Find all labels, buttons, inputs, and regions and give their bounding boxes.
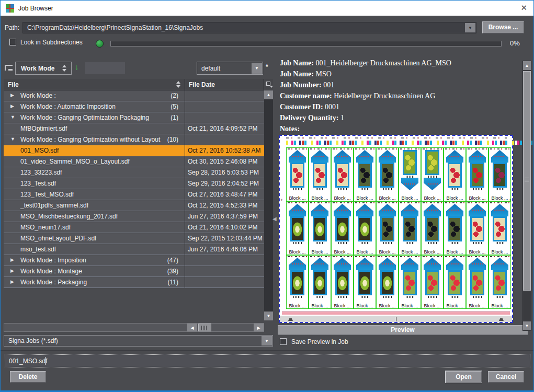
barcode bbox=[451, 296, 459, 298]
color-patch-cluster bbox=[487, 141, 507, 145]
table-horizontal-scrollbar[interactable]: ◀ ▶ bbox=[4, 323, 264, 332]
collapse-icon[interactable]: ▼ bbox=[10, 136, 15, 142]
collapse-icon[interactable]: ▼ bbox=[10, 114, 15, 120]
column-header-file[interactable]: File bbox=[8, 81, 19, 88]
table-file-row[interactable]: 123_Test.sdfSep 29, 2016 2:04:52 PM bbox=[4, 178, 264, 189]
imposition-grid: Block ...Block ...Block ...Block ...Bloc… bbox=[286, 147, 511, 309]
delete-button[interactable]: Delete bbox=[10, 371, 46, 383]
quick-filter-input[interactable] bbox=[85, 62, 125, 74]
save-preview-checkbox[interactable] bbox=[280, 338, 287, 345]
column-config-icon[interactable] bbox=[266, 82, 270, 86]
table-file-row[interactable]: 01_video_Sammel_MSO_o_Layout.sdfOct 30, … bbox=[4, 156, 264, 167]
expand-icon[interactable]: ▶ bbox=[10, 257, 14, 262]
preset-value: default bbox=[201, 65, 220, 72]
column-header-file-date[interactable]: File Date bbox=[189, 81, 215, 88]
barcode bbox=[428, 176, 437, 178]
label-arrow-shape bbox=[446, 258, 463, 270]
expand-icon[interactable]: ▶ bbox=[10, 103, 14, 109]
table-group-row[interactable]: ▼Work Mode : Ganging Optimization Packag… bbox=[4, 112, 264, 123]
open-button[interactable]: Open bbox=[446, 371, 482, 383]
block-label: Block ... bbox=[491, 249, 508, 255]
path-dropdown-icon[interactable]: ▼ bbox=[465, 23, 475, 32]
blackcurrant-photo bbox=[380, 216, 394, 241]
path-combo[interactable]: C:\ProgramData\Heidelberg\PrinectSignaSt… bbox=[22, 22, 476, 33]
scroll-up-icon[interactable]: ▲ bbox=[523, 61, 531, 70]
file-name: MSO_neuin17.sdf bbox=[20, 224, 71, 231]
preview-label-cell: Block ... bbox=[488, 147, 511, 201]
table-group-row[interactable]: ▶Work Mode : Automatic Imposition(5) bbox=[4, 101, 264, 112]
table-group-row[interactable]: ▶Work Mode : Packaging(11) bbox=[4, 277, 264, 288]
close-icon[interactable]: ✕ bbox=[520, 3, 527, 13]
redcurrant-photo bbox=[493, 216, 507, 241]
file-name: 123_33223.sdf bbox=[20, 169, 62, 176]
preset-dropdown-icon[interactable]: ▼ bbox=[252, 63, 262, 74]
preview-label-cell: Block ... bbox=[488, 255, 511, 309]
scroll-left-icon[interactable]: ◀ bbox=[187, 324, 197, 331]
scroll-right-icon[interactable]: ▶ bbox=[254, 324, 264, 331]
vertical-scroll-thumb[interactable] bbox=[523, 71, 531, 291]
table-file-row[interactable]: MSO_Mischbestueckung_2017.sdfJun 27, 201… bbox=[4, 211, 264, 222]
look-in-subdirectories-checkbox[interactable] bbox=[9, 39, 16, 45]
scroll-down-icon[interactable]: ▼ bbox=[264, 312, 273, 320]
table-file-row[interactable]: mso_test.sdfJun 27, 2016 4:46:06 PM bbox=[4, 244, 264, 255]
preview-label-cell: Block ... bbox=[421, 201, 444, 255]
expand-icon[interactable]: ▶ bbox=[10, 279, 14, 284]
spinner-down-icon[interactable] bbox=[62, 69, 66, 72]
table-file-row[interactable]: MSO_ohneLayout_PDF.sdfSep 22, 2015 12:03… bbox=[4, 233, 264, 244]
sort-icon[interactable]: ↓ bbox=[75, 62, 79, 71]
preview-sheet: Block ...Block ...Block ...Block ...Bloc… bbox=[279, 135, 513, 323]
sort-asc-icon[interactable] bbox=[176, 81, 180, 84]
table-file-row[interactable]: MfBOptimiert.sdfOct 21, 2016 4:09:52 PM bbox=[4, 123, 264, 134]
group-label: Work Mode : Automatic Imposition bbox=[20, 103, 116, 110]
table-group-row[interactable]: ▼Work Mode : Ganging Optimization withou… bbox=[4, 134, 264, 145]
table-vertical-scrollbar[interactable]: ▲ ▼ bbox=[264, 90, 273, 320]
group-count: (39) bbox=[156, 268, 178, 275]
title-bar[interactable]: Job Browser ✕ bbox=[1, 1, 533, 16]
label-arrow-shape bbox=[424, 204, 441, 216]
preview-label-cell: Block ... bbox=[421, 147, 444, 201]
file-date: Oct 30, 2015 2:46:08 PM bbox=[188, 158, 257, 165]
table-file-row[interactable]: MSO_neuin17.sdfOct 21, 2016 4:10:02 PM bbox=[4, 222, 264, 233]
cancel-button[interactable]: Cancel bbox=[488, 371, 524, 383]
column-divider[interactable] bbox=[185, 79, 185, 90]
table-group-row[interactable]: ▶Work Mode : Imposition(47) bbox=[4, 255, 264, 266]
scroll-up-icon[interactable]: ▲ bbox=[264, 90, 273, 99]
filename-input[interactable]: 001_MSO.sdf bbox=[5, 354, 530, 367]
block-label: Block ... bbox=[356, 303, 373, 308]
table-file-row[interactable]: 001_MSO.sdfOct 27, 2016 10:52:38 AM bbox=[4, 145, 264, 156]
barcode bbox=[361, 242, 369, 244]
expand-icon[interactable]: ▶ bbox=[10, 268, 14, 273]
tree-structure-icon bbox=[5, 65, 13, 71]
preset-combo[interactable]: default ▼ bbox=[197, 62, 263, 75]
block-label: Block ... bbox=[469, 249, 485, 255]
scroll-down-icon[interactable]: ▼ bbox=[523, 321, 531, 330]
horizontal-scroll-thumb[interactable] bbox=[198, 324, 211, 331]
file-name: 001_MSO.sdf bbox=[20, 147, 59, 154]
redcurrant-photo bbox=[448, 163, 462, 188]
splitter-collapse-icon[interactable]: ◀ bbox=[272, 216, 277, 222]
group-by-combo[interactable]: Work Mode bbox=[15, 62, 72, 75]
preview-button[interactable]: Preview bbox=[278, 325, 528, 335]
table-group-row[interactable]: ▶Work Mode :(2) bbox=[4, 90, 264, 101]
table-file-row[interactable]: _test01pdfs_sammel.sdfOct 12, 2015 4:52:… bbox=[4, 200, 264, 211]
sort-desc-icon[interactable] bbox=[176, 85, 180, 88]
expand-icon[interactable]: ▶ bbox=[10, 93, 14, 98]
preview-vertical-scrollbar[interactable]: ▲ ▼ bbox=[522, 61, 531, 331]
preview-label-cell: Block ... bbox=[354, 201, 376, 255]
preview-label-cell: Block ... bbox=[331, 201, 354, 255]
group-label: Work Mode : Imposition bbox=[20, 257, 86, 264]
spinner-up-icon[interactable] bbox=[62, 65, 66, 67]
preview-label-cell: Block ... bbox=[399, 147, 421, 201]
preview-label-cell: Block ... bbox=[466, 147, 488, 201]
file-type-dropdown-icon[interactable]: ▼ bbox=[262, 336, 272, 345]
file-name: mso_test.sdf bbox=[20, 246, 56, 253]
label-arrow-shape bbox=[356, 258, 373, 270]
file-type-combo[interactable]: Signa Jobs (*.sdf) ▼ bbox=[4, 335, 273, 347]
column-config-arrow-icon[interactable] bbox=[270, 86, 273, 88]
browse-button[interactable]: Browse ... bbox=[482, 21, 524, 33]
label-arrow-shape bbox=[491, 150, 508, 163]
table-group-row[interactable]: ▶Work Mode : Montage(39) bbox=[4, 266, 264, 277]
table-file-row[interactable]: 123_33223.sdfSep 28, 2016 5:03:53 PM bbox=[4, 167, 264, 178]
table-file-row[interactable]: 123_Test_MSO.sdfOct 27, 2016 3:48:47 PM bbox=[4, 189, 264, 200]
block-label: Block ... bbox=[401, 249, 418, 255]
